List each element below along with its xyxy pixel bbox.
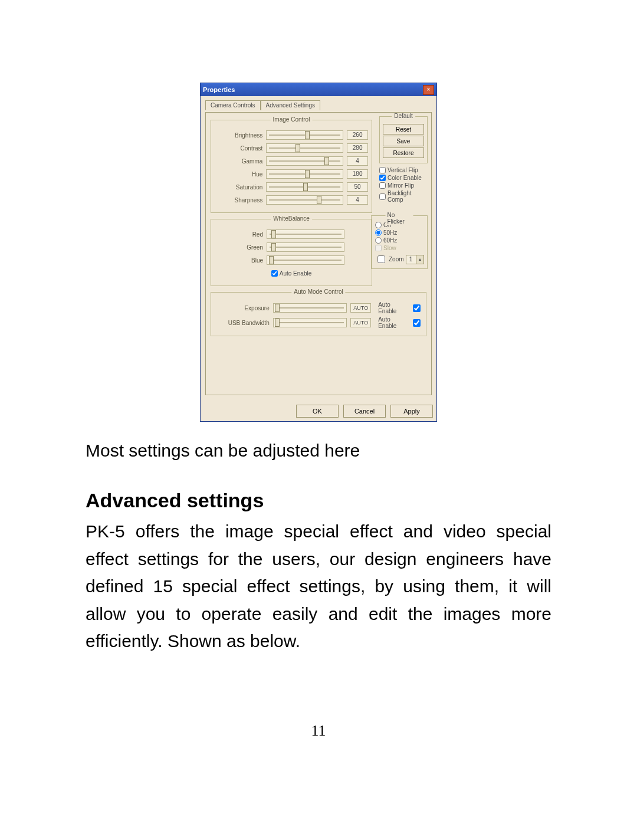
default-legend: Default bbox=[392, 113, 415, 119]
dialog-footer: OK Cancel Apply bbox=[201, 401, 436, 421]
section-heading: Advanced settings bbox=[86, 489, 551, 512]
label: Vertical Flip bbox=[388, 167, 418, 173]
radio-50hz[interactable]: 50Hz bbox=[375, 229, 423, 236]
contrast-value: 280 bbox=[347, 143, 368, 153]
saturation-value: 50 bbox=[347, 182, 368, 192]
contrast-slider[interactable] bbox=[266, 143, 343, 153]
red-slider[interactable] bbox=[267, 229, 344, 239]
image-control-group: Image Control Brightness 260 Contrast 28… bbox=[211, 120, 372, 213]
save-button[interactable]: Save bbox=[383, 136, 424, 146]
page-number: 11 bbox=[0, 722, 637, 740]
cancel-button[interactable]: Cancel bbox=[343, 405, 386, 418]
label: Sharpness bbox=[215, 197, 266, 204]
row-exposure: Exposure AUTO Auto Enable bbox=[215, 301, 422, 314]
label: 50Hz bbox=[383, 229, 397, 236]
label: Red bbox=[215, 231, 267, 238]
saturation-slider[interactable] bbox=[266, 182, 343, 192]
brightness-slider[interactable] bbox=[266, 130, 343, 140]
figure-caption: Most settings can be adjusted here bbox=[86, 441, 551, 461]
exposure-auto-enable[interactable]: Auto Enable bbox=[378, 301, 422, 314]
zoom-stepper[interactable]: 1▴ bbox=[406, 255, 424, 264]
brightness-value: 260 bbox=[347, 130, 368, 140]
label: Contrast bbox=[215, 145, 266, 152]
row-red: Red bbox=[215, 229, 368, 239]
spinner-icon[interactable]: ▴ bbox=[416, 255, 423, 264]
tab-camera-controls[interactable]: Camera Controls bbox=[205, 100, 261, 110]
row-saturation: Saturation 50 bbox=[215, 182, 368, 192]
label: Auto Enable bbox=[378, 301, 409, 314]
auto-mode-legend: Auto Mode Control bbox=[291, 288, 345, 295]
label: Green bbox=[215, 244, 267, 251]
usb-auto-enable[interactable]: Auto Enable bbox=[378, 316, 422, 329]
white-balance-legend: WhiteBalance bbox=[271, 215, 312, 222]
label: Gamma bbox=[215, 158, 266, 165]
zoom-label: Zoom bbox=[389, 256, 404, 262]
gamma-value: 4 bbox=[347, 156, 368, 166]
apply-button[interactable]: Apply bbox=[390, 405, 433, 418]
label: Saturation bbox=[215, 184, 266, 191]
exposure-badge: AUTO bbox=[350, 303, 371, 313]
label: Blue bbox=[215, 257, 267, 264]
zoom-row: Zoom 1▴ bbox=[375, 254, 423, 265]
row-contrast: Contrast 280 bbox=[215, 143, 368, 153]
row-brightness: Brightness 260 bbox=[215, 130, 368, 140]
zoom-check[interactable] bbox=[377, 255, 385, 263]
row-blue: Blue bbox=[215, 255, 368, 265]
usb-bandwidth-badge: AUTO bbox=[350, 318, 371, 327]
label: 60Hz bbox=[383, 237, 397, 244]
label: Exposure bbox=[215, 305, 273, 311]
radio-60hz[interactable]: 60Hz bbox=[375, 237, 423, 244]
gamma-slider[interactable] bbox=[266, 156, 343, 166]
check-slow: Slow bbox=[375, 245, 423, 251]
image-control-legend: Image Control bbox=[271, 116, 313, 123]
check-mirror-flip[interactable]: Mirror Flip bbox=[379, 182, 428, 189]
window-title: Properties bbox=[203, 86, 235, 93]
zoom-value: 1 bbox=[406, 255, 416, 264]
white-balance-group: WhiteBalance Red Green Blue Auto Ena bbox=[211, 219, 372, 286]
reset-button[interactable]: Reset bbox=[383, 124, 424, 134]
label: Brightness bbox=[215, 132, 266, 139]
check-color-enable[interactable]: Color Enable bbox=[379, 175, 428, 181]
usb-bandwidth-slider[interactable] bbox=[273, 318, 347, 327]
default-group: Default Reset Save Restore bbox=[379, 116, 428, 163]
close-icon[interactable]: × bbox=[423, 85, 434, 95]
row-green: Green bbox=[215, 242, 368, 252]
wb-auto-enable[interactable]: Auto Enable bbox=[271, 270, 312, 277]
label: Slow bbox=[383, 245, 396, 251]
tab-panel: Default Reset Save Restore Vertical Flip… bbox=[205, 112, 432, 395]
label: Color Enable bbox=[388, 175, 422, 181]
label: Hue bbox=[215, 171, 266, 178]
ok-button[interactable]: OK bbox=[296, 405, 339, 418]
tab-advanced-settings[interactable]: Advanced Settings bbox=[261, 100, 320, 110]
check-backlight-comp[interactable]: Backlight Comp bbox=[379, 190, 428, 203]
exposure-slider[interactable] bbox=[273, 303, 347, 313]
label: Mirror Flip bbox=[388, 182, 414, 189]
blue-slider[interactable] bbox=[267, 255, 344, 265]
label: Backlight Comp bbox=[388, 190, 428, 203]
flicker-legend: No Flicker bbox=[386, 212, 413, 225]
row-usb-bandwidth: USB Bandwidth AUTO Auto Enable bbox=[215, 316, 422, 329]
sharpness-value: 4 bbox=[347, 195, 368, 205]
body-text: PK-5 offers the image special effect and… bbox=[86, 518, 551, 655]
check-vertical-flip[interactable]: Vertical Flip bbox=[379, 167, 428, 173]
row-gamma: Gamma 4 bbox=[215, 156, 368, 166]
restore-button[interactable]: Restore bbox=[383, 147, 424, 158]
hue-value: 180 bbox=[347, 169, 368, 179]
properties-dialog: Properties × Camera Controls Advanced Se… bbox=[200, 83, 437, 422]
row-hue: Hue 180 bbox=[215, 169, 368, 179]
flicker-group: No Flicker Off 50Hz 60Hz Slow Zoom 1▴ bbox=[371, 215, 428, 269]
label: Auto Enable bbox=[378, 316, 409, 329]
green-slider[interactable] bbox=[267, 242, 344, 252]
sharpness-slider[interactable] bbox=[266, 195, 343, 205]
label: USB Bandwidth bbox=[215, 320, 273, 326]
hue-slider[interactable] bbox=[266, 169, 343, 179]
row-sharpness: Sharpness 4 bbox=[215, 195, 368, 205]
titlebar: Properties × bbox=[201, 83, 436, 96]
label: Auto Enable bbox=[280, 270, 312, 277]
auto-mode-group: Auto Mode Control Exposure AUTO Auto Ena… bbox=[211, 292, 426, 336]
